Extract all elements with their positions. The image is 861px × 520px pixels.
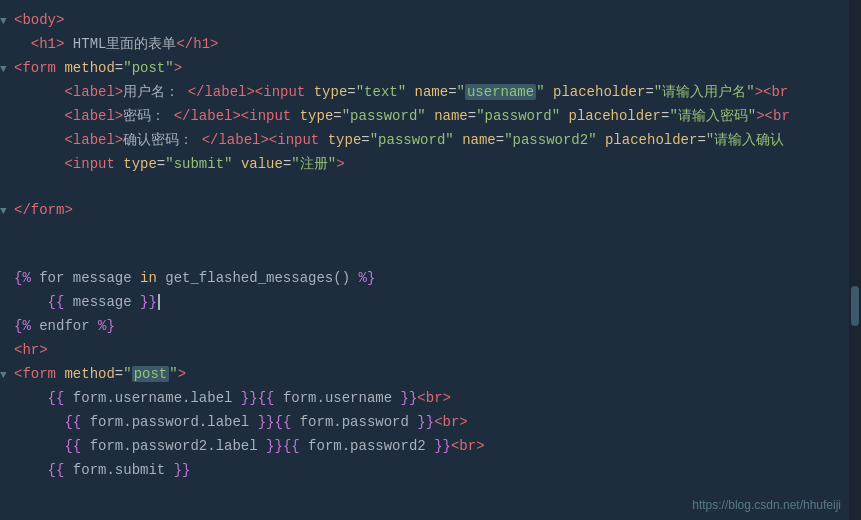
line-content-17: {{ form.username.label }}{{ form.usernam…: [14, 387, 841, 409]
line-content-7: <input type="submit" value="注册">: [14, 153, 841, 175]
line-content-4: <label>用户名： </label><input type="text" n…: [14, 81, 841, 103]
code-line-20: {{ form.submit }}: [0, 458, 861, 482]
line-content-20: {{ form.submit }}: [14, 459, 841, 481]
code-line-10: [0, 222, 861, 244]
line-content-18: {{ form.password.label }}{{ form.passwor…: [14, 411, 841, 433]
code-line-5: <label>密码： </label><input type="password…: [0, 104, 861, 128]
code-line-16: ▼ <form method="post">: [0, 362, 861, 386]
code-line-1: ▼ <body>: [0, 8, 861, 32]
code-line-11: [0, 244, 861, 266]
line-content-9: </form>: [14, 199, 841, 221]
code-line-6: <label>确认密码： </label><input type="passwo…: [0, 128, 861, 152]
line-content-14: {% endfor %}: [14, 315, 841, 337]
code-line-13: {{ message }}: [0, 290, 861, 314]
line-content-19: {{ form.password2.label }}{{ form.passwo…: [14, 435, 841, 457]
line-content-2: <h1> HTML里面的表单</h1>: [14, 33, 841, 55]
fold-icon-9[interactable]: ▼: [0, 205, 14, 217]
code-line-2: <h1> HTML里面的表单</h1>: [0, 32, 861, 56]
fold-icon-16[interactable]: ▼: [0, 369, 14, 381]
line-content-12: {% for message in get_flashed_messages()…: [14, 267, 841, 289]
fold-icon-3[interactable]: ▼: [0, 63, 14, 75]
code-line-17: {{ form.username.label }}{{ form.usernam…: [0, 386, 861, 410]
code-line-14: {% endfor %}: [0, 314, 861, 338]
code-line-9: ▼ </form>: [0, 198, 861, 222]
code-line-8: [0, 176, 861, 198]
line-content-13: {{ message }}: [14, 291, 841, 313]
line-content-6: <label>确认密码： </label><input type="passwo…: [14, 129, 841, 151]
code-editor: ▼ <body> <h1> HTML里面的表单</h1> ▼ <form met…: [0, 0, 861, 520]
code-line-12: {% for message in get_flashed_messages()…: [0, 266, 861, 290]
line-content-3: <form method="post">: [14, 57, 841, 79]
code-line-3: ▼ <form method="post">: [0, 56, 861, 80]
line-content-5: <label>密码： </label><input type="password…: [14, 105, 841, 127]
line-content-15: <hr>: [14, 339, 841, 361]
code-line-7: <input type="submit" value="注册">: [0, 152, 861, 176]
line-content-1: <body>: [14, 9, 841, 31]
code-line-18: {{ form.password.label }}{{ form.passwor…: [0, 410, 861, 434]
code-line-15: <hr>: [0, 338, 861, 362]
watermark: https://blog.csdn.net/hhufeiji: [692, 498, 841, 512]
code-line-4: <label>用户名： </label><input type="text" n…: [0, 80, 861, 104]
code-line-19: {{ form.password2.label }}{{ form.passwo…: [0, 434, 861, 458]
line-content-16: <form method="post">: [14, 363, 841, 385]
scrollbar[interactable]: [849, 0, 861, 520]
scrollbar-thumb[interactable]: [851, 286, 859, 326]
cursor: [158, 294, 160, 310]
fold-icon-1[interactable]: ▼: [0, 15, 14, 27]
